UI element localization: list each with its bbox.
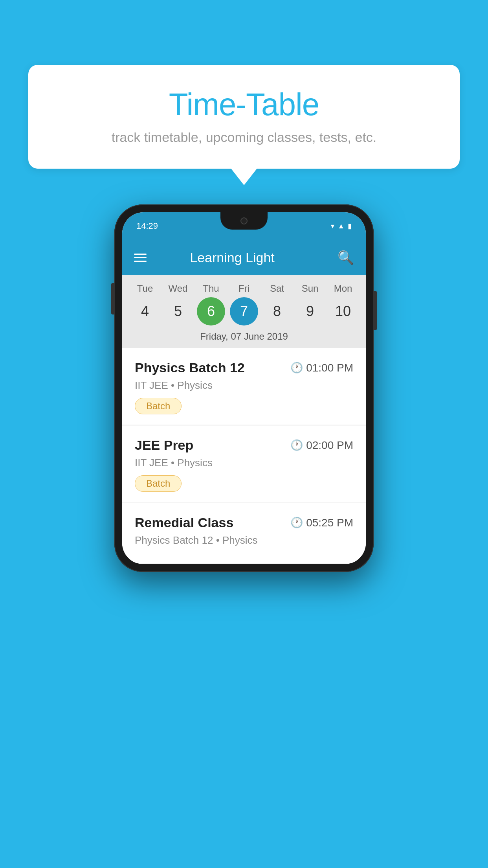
bubble-title: Time-Table: [48, 86, 440, 123]
signal-icon: ▲: [338, 222, 345, 230]
day-8[interactable]: 8: [263, 297, 291, 326]
phone-outer: 14:29 ▾ ▲ ▮ Learning Light 🔍: [114, 204, 374, 572]
clock-icon-2: 🕐: [290, 439, 303, 451]
item-1-title: Physics Batch 12: [135, 360, 245, 375]
item-1-badge: Batch: [135, 398, 182, 414]
day-header-tue: Tue: [131, 283, 159, 294]
phone-screen: 14:29 ▾ ▲ ▮ Learning Light 🔍: [122, 212, 366, 564]
item-1-header: Physics Batch 12 🕐 01:00 PM: [135, 360, 353, 375]
day-header-sun: Sun: [296, 283, 324, 294]
schedule-item-1[interactable]: Physics Batch 12 🕐 01:00 PM IIT JEE • Ph…: [122, 348, 366, 425]
day-header-sat: Sat: [263, 283, 291, 294]
day-header-thu: Thu: [197, 283, 225, 294]
clock-icon-1: 🕐: [290, 362, 303, 374]
item-1-time: 🕐 01:00 PM: [290, 362, 353, 374]
status-icons: ▾ ▲ ▮: [331, 222, 352, 230]
day-10[interactable]: 10: [329, 297, 357, 326]
day-header-fri: Fri: [230, 283, 258, 294]
battery-icon: ▮: [348, 222, 352, 230]
search-icon[interactable]: 🔍: [338, 250, 354, 265]
day-header-mon: Mon: [329, 283, 357, 294]
item-3-header: Remedial Class 🕐 05:25 PM: [135, 515, 353, 530]
status-time: 14:29: [136, 221, 158, 231]
app-bar: Learning Light 🔍: [122, 240, 366, 275]
day-5[interactable]: 5: [164, 297, 192, 326]
day-numbers: 4 5 6 7 8 9 10: [122, 297, 366, 326]
speech-bubble-card: Time-Table track timetable, upcoming cla…: [28, 65, 460, 169]
calendar-strip: Tue Wed Thu Fri Sat Sun Mon 4 5 6 7 8 9 …: [122, 275, 366, 348]
day-6-today[interactable]: 6: [197, 297, 225, 326]
day-header-wed: Wed: [164, 283, 192, 294]
app-title: Learning Light: [156, 250, 308, 265]
selected-date-label: Friday, 07 June 2019: [122, 331, 366, 348]
schedule-list: Physics Batch 12 🕐 01:00 PM IIT JEE • Ph…: [122, 348, 366, 563]
schedule-item-3[interactable]: Remedial Class 🕐 05:25 PM Physics Batch …: [122, 503, 366, 563]
item-2-badge: Batch: [135, 475, 182, 492]
item-3-time: 🕐 05:25 PM: [290, 517, 353, 529]
item-2-header: JEE Prep 🕐 02:00 PM: [135, 438, 353, 453]
wifi-icon: ▾: [331, 222, 334, 230]
item-2-title: JEE Prep: [135, 438, 193, 453]
item-2-subtitle: IIT JEE • Physics: [135, 457, 353, 469]
day-7-selected[interactable]: 7: [230, 297, 258, 326]
phone-mockup: 14:29 ▾ ▲ ▮ Learning Light 🔍: [114, 204, 374, 572]
clock-icon-3: 🕐: [290, 517, 303, 529]
item-1-subtitle: IIT JEE • Physics: [135, 379, 353, 392]
hamburger-menu-button[interactable]: [134, 254, 147, 262]
camera-dot: [240, 217, 248, 224]
day-4[interactable]: 4: [131, 297, 159, 326]
day-headers: Tue Wed Thu Fri Sat Sun Mon: [122, 283, 366, 294]
notch-cutout: [220, 212, 268, 230]
schedule-item-2[interactable]: JEE Prep 🕐 02:00 PM IIT JEE • Physics Ba…: [122, 426, 366, 502]
item-2-time: 🕐 02:00 PM: [290, 439, 353, 452]
item-3-title: Remedial Class: [135, 515, 233, 530]
day-9[interactable]: 9: [296, 297, 324, 326]
bubble-subtitle: track timetable, upcoming classes, tests…: [48, 130, 440, 145]
status-bar: 14:29 ▾ ▲ ▮: [122, 212, 366, 240]
item-3-subtitle: Physics Batch 12 • Physics: [135, 534, 353, 546]
